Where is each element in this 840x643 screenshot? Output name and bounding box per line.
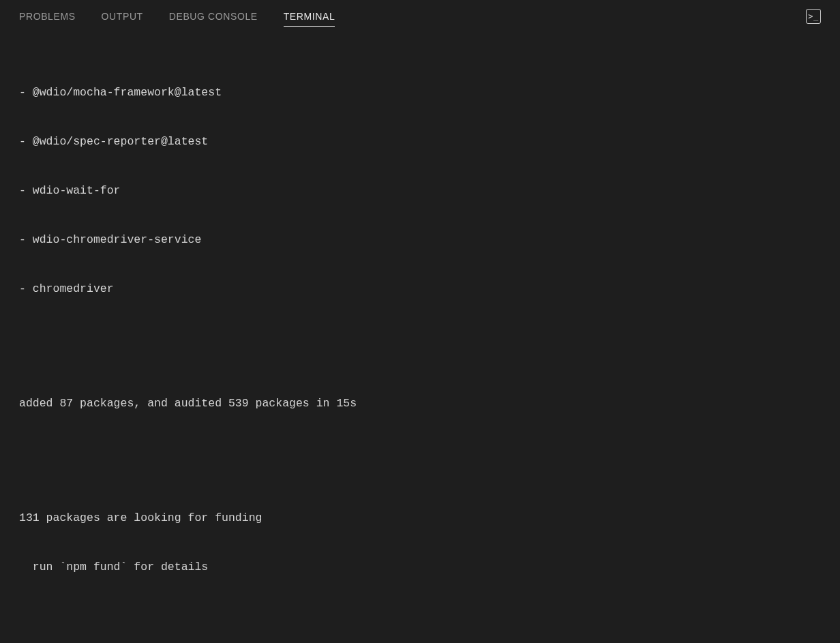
blank-line [19,445,821,461]
pkg-line: - @wdio/spec-reporter@latest [19,134,821,150]
terminal-panel-icon[interactable]: >_ [806,9,821,24]
panel-tabbar: PROBLEMS OUTPUT DEBUG CONSOLE TERMINAL >… [0,0,840,33]
tab-terminal[interactable]: TERMINAL [284,7,335,27]
install-summary: added 87 packages, and audited 539 packa… [19,395,821,412]
tab-problems[interactable]: PROBLEMS [19,7,76,26]
pkg-line: - @wdio/mocha-framework@latest [19,85,821,101]
funding-line: 131 packages are looking for funding [19,510,821,526]
terminal-output[interactable]: - @wdio/mocha-framework@latest - @wdio/s… [0,33,840,643]
tab-debug-console[interactable]: DEBUG CONSOLE [169,7,258,26]
pkg-line: - wdio-chromedriver-service [19,232,821,248]
pkg-line: - wdio-wait-for [19,183,821,199]
funding-line: run `npm fund` for details [19,559,821,575]
pkg-line: - chromedriver [19,281,821,297]
blank-line [19,330,821,346]
blank-line [19,608,821,625]
tab-output[interactable]: OUTPUT [102,7,143,26]
